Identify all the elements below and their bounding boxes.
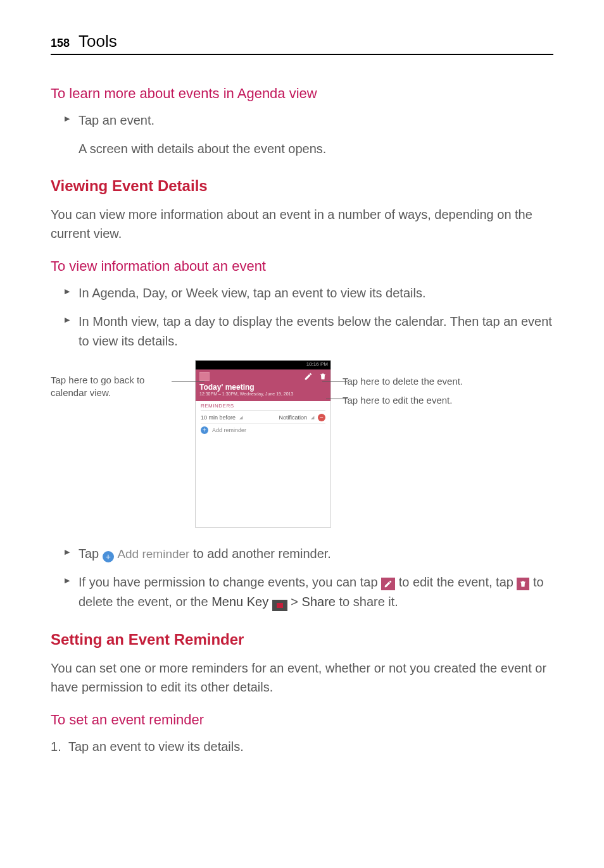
- add-reminder-row[interactable]: + Add reminder: [201, 424, 325, 437]
- callout-delete: Tap here to delete the event.: [343, 375, 463, 388]
- calendar-icon[interactable]: [199, 372, 210, 381]
- reminder-type: Notification: [279, 414, 307, 421]
- add-icon: +: [103, 551, 114, 562]
- body-text: You can view more information about an e…: [51, 205, 553, 243]
- heading-setting-reminder: Setting an Event Reminder: [51, 631, 553, 648]
- body-text: You can set one or more reminders for an…: [51, 659, 553, 697]
- text-fragment: If you have permission to change events,…: [79, 575, 381, 589]
- status-time: 10:16 PM: [306, 361, 328, 367]
- annotated-screenshot: Tap here to go back to calendar view. 10…: [51, 360, 553, 528]
- add-reminder-label: Add reminder: [212, 427, 246, 433]
- reminder-time: 10 min before: [201, 414, 236, 421]
- edit-icon: [381, 578, 395, 590]
- subheading-set-reminder: To set an event reminder: [51, 712, 553, 728]
- phone-screenshot: 10:16 PM Today' meeting 12:30PM – 1:3: [195, 360, 331, 528]
- add-icon: +: [201, 426, 208, 434]
- event-title: Today' meeting: [199, 383, 327, 392]
- callout-back: Tap here to go back to calendar view.: [51, 360, 184, 399]
- subheading-view-info: To view information about an event: [51, 258, 553, 275]
- dropdown-icon: ◢: [239, 415, 242, 420]
- body-text: A screen with details about the event op…: [51, 139, 553, 158]
- remove-reminder-icon[interactable]: −: [318, 414, 325, 421]
- edit-icon[interactable]: [304, 372, 313, 381]
- reminder-row[interactable]: 10 min before ◢ Notification ◢ −: [201, 412, 325, 424]
- dropdown-icon: ◢: [311, 415, 314, 420]
- menu-key-label: Menu Key: [211, 595, 268, 609]
- list-item: In Month view, tap a day to display the …: [79, 312, 553, 351]
- event-titlebar: Today' meeting 12:30PM – 1:30PM, Wednesd…: [196, 369, 330, 401]
- step-item: Tap an event to view its details.: [51, 737, 553, 756]
- heading-viewing-event-details: Viewing Event Details: [51, 177, 553, 195]
- list-item: Tap + Add reminder to add another remind…: [79, 544, 553, 564]
- text-fragment: to share it.: [339, 595, 398, 609]
- text-fragment: to add another reminder.: [193, 547, 331, 561]
- callout-edit: Tap here to edit the event.: [343, 394, 452, 407]
- reminders-heading: REMINDERS: [201, 403, 325, 411]
- delete-icon: [517, 578, 529, 590]
- add-reminder-label: Add reminder: [117, 547, 189, 561]
- subheading-learn-more: To learn more about events in Agenda vie…: [51, 85, 553, 102]
- menu-key-icon: [272, 600, 287, 611]
- event-time: 12:30PM – 1:30PM, Wednesday, June 19, 20…: [199, 392, 327, 396]
- list-item: If you have permission to change events,…: [79, 573, 553, 612]
- delete-icon[interactable]: [319, 372, 327, 381]
- share-label: Share: [302, 595, 336, 609]
- status-bar: 10:16 PM: [196, 361, 330, 369]
- list-item: Tap an event.: [79, 111, 553, 130]
- list-item: In Agenda, Day, or Week view, tap an eve…: [79, 283, 553, 303]
- text-fragment: >: [291, 595, 301, 609]
- page-number: 158: [51, 37, 70, 50]
- page-header: 158 Tools: [51, 32, 553, 55]
- text-fragment: Tap: [79, 547, 103, 561]
- page-section-title: Tools: [79, 32, 117, 51]
- text-fragment: to edit the event, tap: [399, 575, 517, 589]
